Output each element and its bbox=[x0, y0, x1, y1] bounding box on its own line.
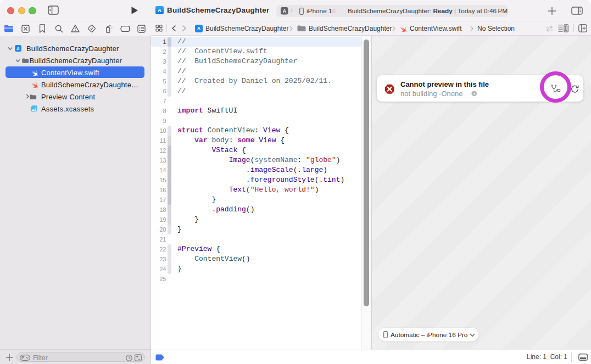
svg-text:A: A bbox=[197, 26, 201, 31]
svg-text:A: A bbox=[158, 7, 161, 13]
svg-text:A: A bbox=[283, 8, 286, 14]
svg-text:A: A bbox=[16, 46, 20, 51]
